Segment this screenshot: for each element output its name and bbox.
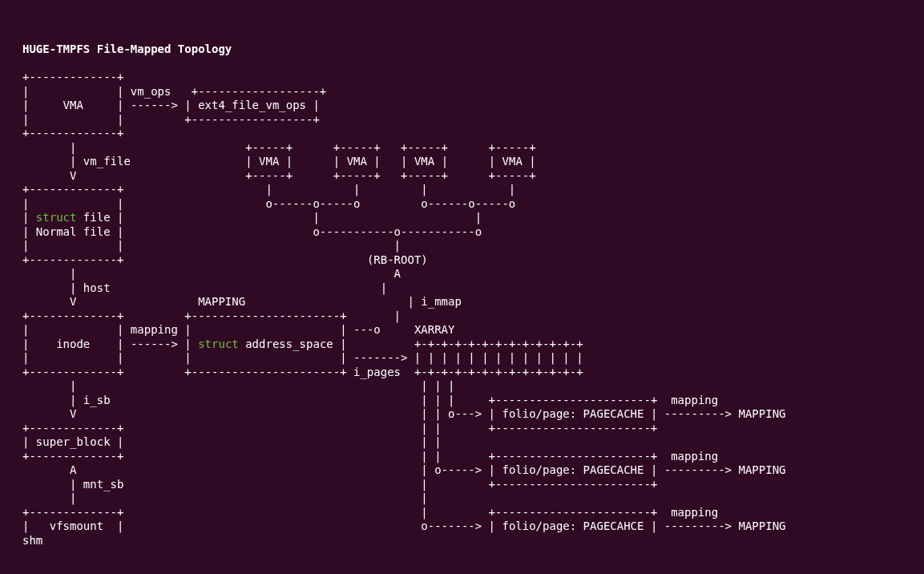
label-vma-1: VMA: [259, 155, 279, 168]
label-folio-1: folio/page: PAGECACHE: [502, 407, 644, 420]
label-file: file |: [76, 211, 123, 224]
label-vm-file: vm_file: [83, 155, 131, 168]
label-shm: shm: [22, 534, 42, 547]
label-addr-space: address_space |: [239, 338, 347, 350]
label-mapping-2: mapping: [671, 450, 718, 463]
label-vfsmount: vfsmount: [50, 519, 103, 532]
label-mapping-up-1: MAPPING: [738, 407, 785, 420]
keyword-struct-2: struct: [198, 338, 239, 350]
label-inode: inode: [56, 338, 90, 350]
diagram-title: HUGE-TMPFS File-Mapped Topology: [22, 42, 232, 55]
label-mapping-up-2: MAPPING: [738, 463, 785, 476]
label-i-sb: i_sb: [83, 394, 111, 406]
label-normal-file: Normal file: [36, 225, 111, 238]
label-xarray: XARRAY: [414, 323, 455, 336]
keyword-struct-1: struct: [36, 211, 77, 224]
label-mapping-3: mapping: [671, 506, 718, 519]
label-folio-3: folio/page: PAGECAHCE: [502, 519, 644, 532]
label-vma-2: VMA: [347, 155, 367, 168]
label-mapping-hdr: mapping: [131, 323, 178, 336]
label-vma-4: VMA: [502, 155, 523, 168]
label-mapping-1: mapping: [671, 394, 718, 406]
label-i-pages: i_pages: [353, 366, 401, 378]
label-mnt-sb: mnt_sb: [83, 478, 124, 491]
label-mapping-up: MAPPING: [198, 295, 245, 308]
label-i-mmap: i_mmap: [421, 295, 462, 308]
label-mapping-up-3: MAPPING: [738, 519, 785, 532]
label-ext4: ext4_file_vm_ops: [198, 99, 306, 111]
label-host: host: [83, 281, 111, 294]
label-vma: VMA: [63, 99, 83, 111]
label-super-block: super_block: [36, 435, 111, 448]
label-vma-3: VMA: [414, 155, 434, 168]
label-folio-2: folio/page: PAGECACHE: [502, 463, 644, 476]
label-rb-root: (RB-ROOT): [367, 253, 428, 266]
label-vm-ops: vm_ops: [131, 85, 171, 98]
